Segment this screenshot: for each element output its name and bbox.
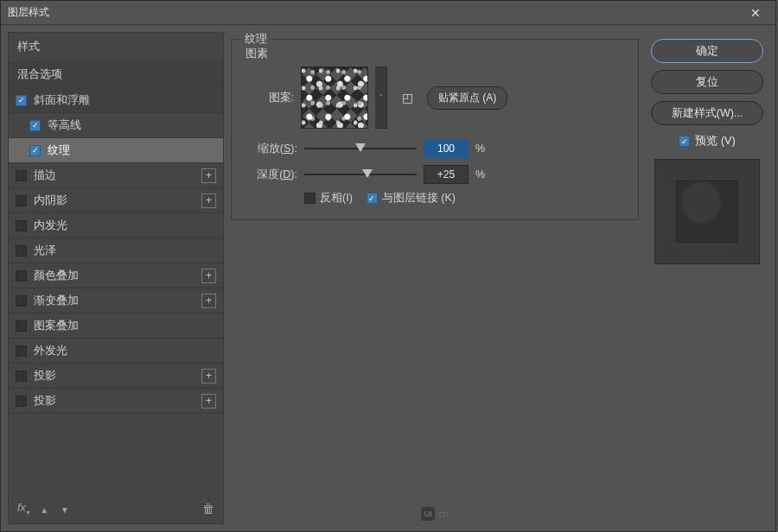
checkbox-icon[interactable] (16, 295, 27, 307)
scale-slider[interactable] (304, 142, 417, 155)
snap-origin-button[interactable]: 贴紧原点 (A) (427, 86, 507, 110)
new-preset-icon[interactable]: ◰ (398, 88, 417, 107)
ok-button[interactable]: 确定 (651, 39, 763, 63)
trash-icon[interactable]: 🗑 (202, 502, 214, 516)
style-item-label: 图案叠加 (34, 319, 216, 333)
checkbox-icon[interactable] (16, 195, 27, 206)
depth-input[interactable] (424, 165, 469, 184)
preview-swatch (676, 180, 738, 243)
texture-fieldset: 纹理 图素 图案: ˇ ◰ 贴紧原点 (A) 缩放(S): (231, 39, 639, 220)
move-down-icon[interactable]: ▼ (59, 501, 71, 516)
style-item[interactable]: 图案叠加 (9, 314, 223, 339)
style-item-label: 纹理 (48, 143, 216, 158)
checkbox-icon[interactable]: ✓ (29, 145, 41, 156)
fieldset-legend: 纹理 (240, 32, 271, 47)
checkbox-icon[interactable] (16, 396, 27, 407)
style-item[interactable]: ✓等高线 (9, 113, 223, 138)
checkbox-icon[interactable] (16, 320, 27, 332)
link-layer-checkbox[interactable]: ✓ 与图层链接 (K) (367, 191, 456, 206)
style-item-label: 投影 (34, 369, 201, 383)
window-title: 图层样式 (8, 5, 743, 20)
checkbox-icon[interactable] (16, 245, 27, 256)
checkbox-row: 反相(I) ✓ 与图层链接 (K) (304, 191, 628, 206)
depth-unit: % (475, 168, 485, 180)
checkbox-icon[interactable] (16, 220, 27, 231)
style-item-label: 斜面和浮雕 (34, 93, 216, 108)
style-item[interactable]: 投影+ (9, 364, 223, 389)
style-item[interactable]: 外发光 (9, 339, 223, 364)
style-item[interactable]: ✓斜面和浮雕 (9, 88, 223, 113)
ui-logo-icon: UI (421, 507, 435, 521)
new-style-button[interactable]: 新建样式(W)... (651, 101, 763, 125)
invert-checkbox[interactable]: 反相(I) (304, 191, 353, 206)
checkbox-icon[interactable]: ✓ (29, 120, 41, 131)
titlebar: 图层样式 ✕ (1, 1, 775, 25)
scale-unit: % (475, 142, 485, 155)
scale-label: 缩放(S): (242, 142, 297, 156)
content-area: 样式 混合选项 ✓斜面和浮雕✓等高线✓纹理描边+内阴影+内发光光泽颜色叠加+渐变… (1, 25, 775, 531)
style-list: ✓斜面和浮雕✓等高线✓纹理描边+内阴影+内发光光泽颜色叠加+渐变叠加+图案叠加外… (9, 88, 223, 414)
checkbox-icon (304, 193, 316, 204)
pattern-label: 图案: (242, 91, 294, 105)
depth-row: 深度(D): % (242, 165, 628, 184)
add-effect-icon[interactable]: + (201, 193, 216, 208)
checkbox-icon[interactable] (16, 270, 27, 282)
style-item-label: 描边 (34, 168, 201, 183)
style-item-label: 内阴影 (34, 193, 201, 208)
pattern-row: 图案: ˇ ◰ 贴紧原点 (A) (242, 66, 628, 129)
add-effect-icon[interactable]: + (201, 168, 216, 183)
style-item[interactable]: 渐变叠加+ (9, 288, 223, 314)
depth-label: 深度(D): (242, 168, 297, 182)
pattern-swatch[interactable] (301, 66, 368, 129)
style-item-label: 光泽 (34, 244, 216, 258)
checkbox-icon: ✓ (679, 136, 690, 147)
reset-button[interactable]: 复位 (651, 70, 763, 94)
close-icon[interactable]: ✕ (743, 6, 768, 20)
preview-checkbox[interactable]: ✓ 预览 (V) (679, 134, 735, 149)
preview-box (654, 159, 760, 264)
style-item[interactable]: 内阴影+ (9, 188, 223, 213)
style-item-label: 颜色叠加 (34, 269, 201, 283)
add-effect-icon[interactable]: + (201, 369, 216, 383)
style-item[interactable]: ✓纹理 (9, 138, 223, 163)
style-item[interactable]: 描边+ (9, 163, 223, 188)
main-area: 纹理 图素 图案: ˇ ◰ 贴紧原点 (A) 缩放(S): (231, 32, 768, 524)
style-item-label: 外发光 (34, 344, 216, 358)
pattern-dropdown-icon[interactable]: ˇ (375, 66, 387, 129)
checkbox-icon: ✓ (367, 193, 378, 204)
move-up-icon[interactable]: ▲ (38, 501, 50, 516)
style-item[interactable]: 颜色叠加+ (9, 263, 223, 288)
checkbox-icon[interactable]: ✓ (16, 95, 27, 106)
checkbox-icon[interactable] (16, 170, 27, 181)
fx-menu-icon[interactable]: fx▾ (17, 501, 29, 516)
style-item[interactable]: 光泽 (9, 238, 223, 263)
layer-style-dialog: 图层样式 ✕ 样式 混合选项 ✓斜面和浮雕✓等高线✓纹理描边+内阴影+内发光光泽… (0, 0, 776, 532)
scale-input[interactable] (424, 139, 469, 158)
sidebar-footer: fx▾ ▲ ▼ 🗑 (9, 494, 223, 523)
depth-slider[interactable] (304, 168, 417, 181)
checkbox-icon[interactable] (16, 370, 27, 382)
style-item-label: 内发光 (34, 218, 216, 233)
styles-sidebar: 样式 混合选项 ✓斜面和浮雕✓等高线✓纹理描边+内阴影+内发光光泽颜色叠加+渐变… (8, 32, 224, 524)
watermark: UI cn (421, 507, 449, 521)
scale-row: 缩放(S): % (242, 139, 628, 158)
add-effect-icon[interactable]: + (201, 269, 216, 283)
style-item[interactable]: 内发光 (9, 213, 223, 238)
sidebar-header[interactable]: 样式 (9, 33, 223, 62)
style-item[interactable]: 投影+ (9, 389, 223, 414)
checkbox-icon[interactable] (16, 345, 27, 357)
style-item-label: 等高线 (48, 118, 216, 133)
sidebar-blend-options[interactable]: 混合选项 (9, 62, 223, 88)
right-column: 确定 复位 新建样式(W)... ✓ 预览 (V) (646, 32, 768, 524)
style-item-label: 投影 (34, 394, 201, 408)
elements-legend: 图素 (242, 47, 628, 61)
add-effect-icon[interactable]: + (201, 294, 216, 308)
style-item-label: 渐变叠加 (34, 294, 201, 308)
add-effect-icon[interactable]: + (201, 394, 216, 408)
settings-panel: 纹理 图素 图案: ˇ ◰ 贴紧原点 (A) 缩放(S): (231, 32, 639, 524)
